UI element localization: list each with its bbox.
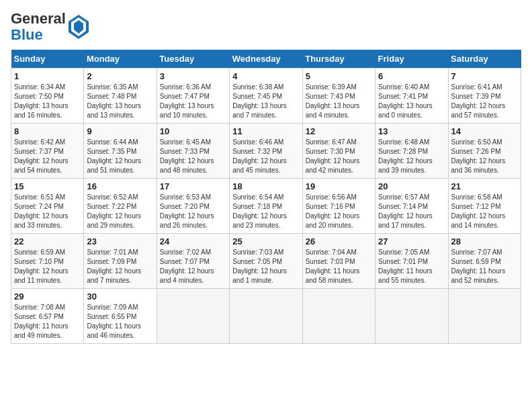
sunset-label: Sunset: 6:57 PM [14,313,64,320]
day-number: 19 [306,181,372,191]
sunset-label: Sunset: 7:39 PM [451,93,501,100]
day-info: Sunrise: 6:41 AM Sunset: 7:39 PM Dayligh… [451,83,518,120]
sunrise-label: Sunrise: 6:45 AM [160,138,211,146]
calendar-table: Sunday Monday Tuesday Wednesday Thursday… [11,50,521,344]
table-row: 6 Sunrise: 6:40 AM Sunset: 7:41 PM Dayli… [375,68,448,124]
daylight-label: Daylight: 12 hours and 57 minutes. [451,102,506,119]
day-info: Sunrise: 6:54 AM Sunset: 7:18 PM Dayligh… [232,193,299,230]
sunrise-label: Sunrise: 7:03 AM [232,248,283,256]
sunset-label: Sunset: 7:30 PM [306,148,355,155]
table-row: 21 Sunrise: 6:58 AM Sunset: 7:12 PM Dayl… [448,179,521,234]
day-info: Sunrise: 6:53 AM Sunset: 7:20 PM Dayligh… [160,193,226,230]
day-info: Sunrise: 7:02 AM Sunset: 7:07 PM Dayligh… [160,248,226,285]
col-monday: Monday [84,50,157,68]
table-row: 15 Sunrise: 6:51 AM Sunset: 7:24 PM Dayl… [11,179,84,234]
daylight-label: Daylight: 12 hours and 11 minutes. [14,267,69,284]
day-number: 5 [306,71,372,81]
daylight-label: Daylight: 11 hours and 58 minutes. [306,267,360,284]
table-row [302,289,375,344]
sunrise-label: Sunrise: 6:59 AM [14,248,65,256]
sunset-label: Sunset: 7:07 PM [160,258,210,265]
logo: General Blue [11,11,89,43]
table-row: 23 Sunrise: 7:01 AM Sunset: 7:09 PM Dayl… [84,234,157,289]
table-row: 3 Sunrise: 6:36 AM Sunset: 7:47 PM Dayli… [157,68,229,124]
day-info: Sunrise: 6:38 AM Sunset: 7:45 PM Dayligh… [232,83,299,120]
day-number: 4 [232,71,299,81]
calendar-week-row: 15 Sunrise: 6:51 AM Sunset: 7:24 PM Dayl… [11,179,521,234]
table-row: 25 Sunrise: 7:03 AM Sunset: 7:05 PM Dayl… [230,234,302,289]
sunset-label: Sunset: 7:37 PM [14,148,64,155]
day-info: Sunrise: 6:59 AM Sunset: 7:10 PM Dayligh… [14,248,81,285]
sunrise-label: Sunrise: 6:39 AM [306,83,357,91]
day-info: Sunrise: 6:58 AM Sunset: 7:12 PM Dayligh… [451,193,518,230]
day-info: Sunrise: 6:44 AM Sunset: 7:35 PM Dayligh… [87,138,153,175]
logo-general: General [11,10,66,27]
table-row: 24 Sunrise: 7:02 AM Sunset: 7:07 PM Dayl… [157,234,229,289]
daylight-label: Daylight: 11 hours and 55 minutes. [378,267,433,284]
sunrise-label: Sunrise: 7:05 AM [378,248,429,256]
sunset-label: Sunset: 6:59 PM [451,258,501,265]
table-row: 20 Sunrise: 6:57 AM Sunset: 7:14 PM Dayl… [375,179,448,234]
day-number: 3 [160,71,226,81]
daylight-label: Daylight: 12 hours and 51 minutes. [87,157,141,174]
day-info: Sunrise: 6:56 AM Sunset: 7:16 PM Dayligh… [306,193,372,230]
table-row: 4 Sunrise: 6:38 AM Sunset: 7:45 PM Dayli… [230,68,302,124]
day-number: 26 [306,236,372,246]
table-row: 12 Sunrise: 6:47 AM Sunset: 7:30 PM Dayl… [302,124,375,179]
sunset-label: Sunset: 7:45 PM [232,93,282,100]
table-row: 17 Sunrise: 6:53 AM Sunset: 7:20 PM Dayl… [157,179,229,234]
day-number: 12 [306,126,372,136]
day-info: Sunrise: 7:04 AM Sunset: 7:03 PM Dayligh… [306,248,372,285]
table-row: 10 Sunrise: 6:45 AM Sunset: 7:33 PM Dayl… [157,124,229,179]
sunrise-label: Sunrise: 6:40 AM [378,83,429,91]
day-number: 8 [14,126,81,136]
sunset-label: Sunset: 7:22 PM [87,203,136,210]
daylight-label: Daylight: 12 hours and 26 minutes. [160,212,214,229]
day-info: Sunrise: 7:09 AM Sunset: 6:55 PM Dayligh… [87,303,153,340]
sunset-label: Sunset: 7:35 PM [87,148,136,155]
sunset-label: Sunset: 7:41 PM [378,93,428,100]
day-info: Sunrise: 6:40 AM Sunset: 7:41 PM Dayligh… [378,83,445,120]
daylight-label: Daylight: 12 hours and 4 minutes. [160,267,214,284]
table-row [230,289,302,344]
day-number: 20 [378,181,445,191]
sunset-label: Sunset: 7:20 PM [160,203,210,210]
daylight-label: Daylight: 12 hours and 42 minutes. [306,157,360,174]
daylight-label: Daylight: 12 hours and 1 minute. [232,267,287,284]
day-number: 1 [14,71,81,81]
day-info: Sunrise: 6:48 AM Sunset: 7:28 PM Dayligh… [378,138,445,175]
table-row: 2 Sunrise: 6:35 AM Sunset: 7:48 PM Dayli… [84,68,157,124]
sunrise-label: Sunrise: 6:51 AM [14,193,65,201]
day-number: 29 [14,291,81,302]
sunrise-label: Sunrise: 7:07 AM [451,248,502,256]
sunrise-label: Sunrise: 6:58 AM [451,193,502,201]
day-info: Sunrise: 6:34 AM Sunset: 7:50 PM Dayligh… [14,83,81,120]
day-number: 22 [14,236,81,246]
daylight-label: Daylight: 12 hours and 20 minutes. [306,212,360,229]
sunset-label: Sunset: 7:12 PM [451,203,501,210]
daylight-label: Daylight: 13 hours and 7 minutes. [232,102,287,119]
sunrise-label: Sunrise: 6:50 AM [451,138,502,146]
sunrise-label: Sunrise: 6:36 AM [160,83,211,91]
sunrise-label: Sunrise: 6:52 AM [87,193,138,201]
table-row: 30 Sunrise: 7:09 AM Sunset: 6:55 PM Dayl… [84,289,157,344]
day-number: 9 [87,126,153,136]
sunset-label: Sunset: 7:09 PM [87,258,136,265]
table-row [375,289,448,344]
day-number: 28 [451,236,518,246]
sunset-label: Sunset: 7:50 PM [14,93,64,100]
day-number: 18 [232,181,299,191]
calendar-week-row: 8 Sunrise: 6:42 AM Sunset: 7:37 PM Dayli… [11,124,521,179]
day-info: Sunrise: 7:05 AM Sunset: 7:01 PM Dayligh… [378,248,445,285]
calendar-week-row: 1 Sunrise: 6:34 AM Sunset: 7:50 PM Dayli… [11,68,521,124]
daylight-label: Daylight: 13 hours and 0 minutes. [378,102,433,119]
daylight-label: Daylight: 12 hours and 17 minutes. [378,212,433,229]
sunrise-label: Sunrise: 7:09 AM [87,304,138,311]
day-number: 24 [160,236,226,246]
col-wednesday: Wednesday [230,50,302,68]
daylight-label: Daylight: 11 hours and 46 minutes. [87,322,141,339]
table-row: 7 Sunrise: 6:41 AM Sunset: 7:39 PM Dayli… [448,68,521,124]
page-container: General Blue Sunday Monday Tuesday Wedne… [0,0,532,349]
sunset-label: Sunset: 7:03 PM [306,258,355,265]
day-number: 7 [451,71,518,81]
